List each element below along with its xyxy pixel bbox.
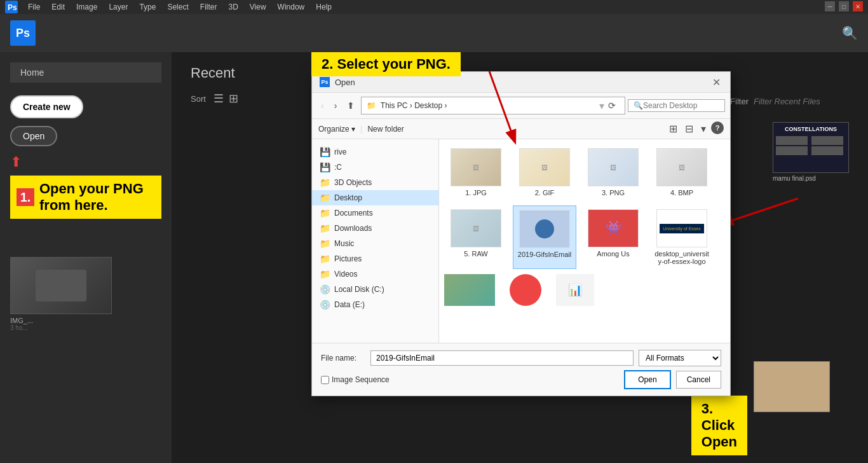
file-item-bmp[interactable]: 🖼 4. BMP: [650, 144, 714, 200]
file-thumb-raw: 🖼: [451, 209, 501, 247]
dialog-open-button[interactable]: Open: [624, 370, 670, 389]
folder-item-videos[interactable]: 📁 Videos: [312, 266, 438, 282]
file-item-raw[interactable]: 🖼 5. RAW: [444, 205, 508, 269]
folder-item-documents[interactable]: 📁 Documents: [312, 205, 438, 221]
minimize-button[interactable]: ─: [825, 1, 835, 11]
file-item-among[interactable]: 👾 Among Us: [581, 205, 645, 269]
breadcrumb-dropdown-icon[interactable]: ▾: [599, 100, 604, 112]
open-dialog-overlay: 2. Select your PNG. Ps Open: [172, 52, 868, 463]
file-item-gifs[interactable]: 2019-GifsInEmail: [513, 205, 576, 269]
step1-text: Open your PNG from here.: [39, 181, 155, 214]
menu-filter[interactable]: Filter: [195, 1, 222, 13]
dialog-view-alt-button[interactable]: ⊟: [682, 121, 696, 136]
file-thumb-gifs: [519, 210, 570, 248]
menu-edit[interactable]: Edit: [46, 1, 70, 13]
file-item-gif[interactable]: 🖼 2. GIF: [513, 144, 576, 200]
menu-view[interactable]: View: [245, 1, 271, 13]
folder-name: Data (E:): [334, 300, 365, 309]
filename-input[interactable]: [370, 350, 634, 366]
image-sequence-row: Image Sequence: [321, 375, 390, 384]
open-dialog: Ps Open ✕ ‹ › ⬆ 📁 This PC › Desktop ›: [311, 71, 731, 396]
folder-name: rive: [334, 148, 346, 156]
create-new-button[interactable]: Create new: [10, 95, 83, 118]
file-name-gif: 2. GIF: [535, 189, 555, 197]
folder-item-datae[interactable]: 💿 Data (E:): [312, 297, 438, 312]
toolbar-left: Organize ▾ | New folder: [318, 124, 404, 134]
folder-name: Videos: [334, 270, 357, 279]
toolbar-right: ⊞ ⊟ ▾ ?: [667, 121, 724, 136]
menu-image[interactable]: Image: [71, 1, 102, 13]
file-item-jpg[interactable]: 🖼 1. JPG: [444, 144, 508, 200]
dialog-cancel-button[interactable]: Cancel: [676, 371, 721, 389]
new-folder-button[interactable]: New folder: [367, 125, 403, 134]
dialog-view-mode-button[interactable]: ⊞: [667, 121, 680, 136]
menu-select[interactable]: Select: [162, 1, 193, 13]
folder-name: Pictures: [334, 254, 362, 263]
folder-name: Music: [334, 239, 354, 248]
partial-row: 📊: [444, 274, 725, 306]
folder-item-music[interactable]: 📁 Music: [312, 236, 438, 251]
footer-buttons: Open Cancel: [624, 370, 721, 389]
folder-name: :C: [334, 163, 342, 172]
menu-help[interactable]: Help: [311, 1, 337, 13]
menu-type[interactable]: Type: [134, 1, 161, 13]
dialog-title-left: Ps Open: [320, 77, 355, 87]
search-icon[interactable]: 🔍: [842, 25, 858, 41]
image-sequence-label: Image Sequence: [332, 375, 390, 384]
open-button[interactable]: Open: [10, 126, 57, 146]
folder-item-c[interactable]: 💾 :C: [312, 160, 438, 175]
disk-e-icon: 💿: [320, 300, 330, 310]
breadcrumb-folder-icon[interactable]: 📁: [367, 101, 376, 110]
folder-item-downloads[interactable]: 📁 Downloads: [312, 221, 438, 236]
sidebar-preview-label: IMG_...: [10, 317, 161, 324]
step1-number: 1.: [17, 188, 34, 206]
search-input[interactable]: [643, 101, 719, 110]
footer-filename-row: File name: All Formats: [321, 350, 721, 366]
gifs-circle: [535, 219, 554, 238]
files-grid: 🖼 1. JPG 🖼 2. GIF: [444, 144, 725, 269]
format-select[interactable]: All Formats: [639, 350, 721, 366]
home-button[interactable]: Home: [10, 62, 161, 83]
menu-3d[interactable]: 3D: [223, 1, 243, 13]
download-folder-icon: 📁: [320, 223, 330, 233]
image-sequence-checkbox[interactable]: [321, 376, 329, 384]
folder-item-drive1[interactable]: 💾 rive: [312, 144, 438, 160]
folder-name: Desktop: [334, 193, 362, 202]
menu-window[interactable]: Window: [273, 1, 310, 13]
file-thumb-essex: University of Essex: [656, 209, 707, 247]
folder-item-3dobjects[interactable]: 📁 3D Objects: [312, 175, 438, 190]
dialog-close-button[interactable]: ✕: [710, 76, 722, 88]
organize-button[interactable]: Organize ▾: [318, 125, 355, 134]
refresh-button[interactable]: ⟳: [604, 99, 620, 112]
dialog-view-toggle[interactable]: ▾: [698, 121, 709, 136]
close-button[interactable]: ✕: [853, 1, 863, 11]
file-name-bmp: 4. BMP: [670, 189, 693, 197]
breadcrumb-text: 📁 This PC › Desktop ›: [367, 101, 447, 110]
maximize-button[interactable]: □: [839, 1, 849, 11]
open-arrow-icon: ⬆: [10, 154, 22, 170]
nav-up-button[interactable]: ⬆: [343, 99, 358, 112]
folder-icon: 📁: [320, 238, 330, 249]
file-item-png[interactable]: 🖼 3. PNG: [581, 144, 645, 200]
nav-forward-button[interactable]: ›: [330, 99, 341, 112]
breadcrumb-bar: 📁 This PC › Desktop › ▾ ⟳: [361, 97, 625, 114]
search-box[interactable]: 🔍: [628, 99, 725, 112]
dialog-title-text: Open: [335, 78, 355, 87]
help-button[interactable]: ?: [711, 121, 724, 134]
sidebar-preview: [10, 257, 112, 314]
folder-item-localdisk[interactable]: 💿 Local Disk (C:): [312, 282, 438, 297]
partial-thumb-1: [444, 274, 495, 306]
file-thumb-among: 👾: [588, 209, 639, 247]
essex-badge: University of Essex: [660, 224, 704, 233]
file-name-png: 3. PNG: [602, 189, 625, 197]
file-item-essex[interactable]: University of Essex desktop_university-o…: [650, 205, 714, 269]
ps-header: Ps 🔍: [0, 14, 868, 52]
nav-back-button[interactable]: ‹: [317, 99, 328, 112]
dialog-right-panel: 🖼 1. JPG 🖼 2. GIF: [439, 139, 730, 343]
menu-file[interactable]: File: [23, 1, 45, 13]
folder-item-pictures[interactable]: 📁 Pictures: [312, 251, 438, 266]
disk-icon: 💿: [320, 284, 330, 294]
folder-item-desktop[interactable]: 📁 Desktop: [312, 190, 438, 205]
step2-text: 2. Select your PNG.: [322, 56, 451, 72]
menu-layer[interactable]: Layer: [104, 1, 133, 13]
